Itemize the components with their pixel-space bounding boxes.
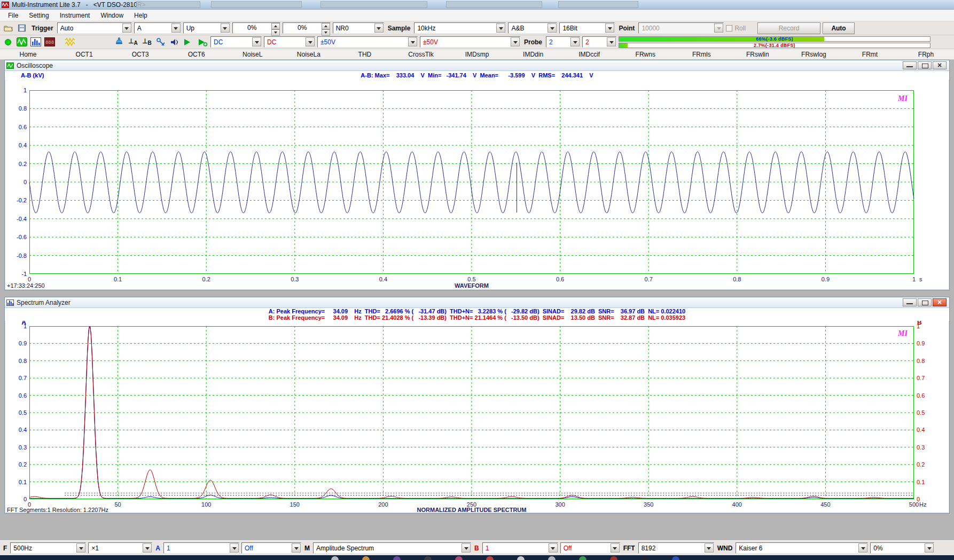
taskbar-icon[interactable] <box>393 556 401 560</box>
chevron-down-icon[interactable] <box>76 543 85 553</box>
chevron-down-icon[interactable] <box>607 37 616 46</box>
open-icon[interactable] <box>2 23 14 34</box>
taskbar-icon[interactable] <box>517 556 525 560</box>
window-function-combo[interactable]: Kaiser 6 <box>736 542 868 554</box>
menu-setting[interactable]: Setting <box>24 11 53 20</box>
resolution-combo[interactable]: 16Bit <box>559 22 615 34</box>
tab-frswlog[interactable]: FRswlog <box>786 49 842 59</box>
mode-combo[interactable]: Amplitude Spectrum <box>313 542 471 554</box>
a-option-combo[interactable]: Off <box>241 542 301 554</box>
a-value-combo[interactable]: 1 <box>163 542 239 554</box>
probe-tool-icon[interactable] <box>155 37 167 48</box>
channels-combo[interactable]: A&B <box>508 22 557 34</box>
spectrum-plot[interactable]: 050100150200250300350400450500000.10.10.… <box>5 321 949 514</box>
b-value-combo[interactable]: 1 <box>482 542 558 554</box>
save-icon[interactable] <box>16 23 28 34</box>
tab-home[interactable]: Home <box>0 49 56 59</box>
chevron-down-icon[interactable] <box>122 23 131 33</box>
chevron-down-icon[interactable] <box>374 23 384 33</box>
range-a-combo[interactable]: ±50V <box>317 36 418 48</box>
sample-rate-combo[interactable]: 10kHz <box>414 22 506 34</box>
trigger-edge-combo[interactable]: Up <box>183 22 230 34</box>
taskbar-icon[interactable] <box>331 556 339 560</box>
chevron-down-icon[interactable] <box>605 23 614 33</box>
taskbar-icon[interactable] <box>362 556 370 560</box>
oscilloscope-titlebar[interactable]: Oscilloscope <box>5 60 949 71</box>
chevron-down-icon[interactable] <box>143 543 152 553</box>
menu-instrument[interactable]: Instrument <box>55 11 95 20</box>
tab-noisela[interactable]: NoiseLa <box>280 49 337 59</box>
calibration-icon[interactable] <box>113 37 125 48</box>
trigger-source-combo[interactable]: A <box>134 22 181 34</box>
tab-imdsmp[interactable]: IMDsmp <box>449 49 505 59</box>
minimize-button[interactable] <box>903 298 917 306</box>
taskbar-icon[interactable] <box>486 556 494 560</box>
tab-frwns[interactable]: FRwns <box>617 49 674 59</box>
spin-up-icon[interactable] <box>271 23 280 29</box>
probe-b-combo[interactable]: 2 <box>582 36 616 48</box>
chevron-down-icon[interactable] <box>306 37 315 46</box>
restore-button[interactable] <box>918 61 932 69</box>
taskbar-icon[interactable] <box>610 556 617 560</box>
tab-thd[interactable]: THD <box>337 49 393 59</box>
spin-up-icon[interactable] <box>322 23 330 29</box>
chevron-down-icon[interactable] <box>462 543 471 553</box>
tab-frswlin[interactable]: FRswlin <box>730 49 786 59</box>
menu-help[interactable]: Help <box>129 11 152 20</box>
speaker-icon[interactable] <box>169 37 181 48</box>
coupling-a-combo[interactable]: DC <box>210 36 262 48</box>
trigger-mode-combo[interactable]: Auto <box>57 22 132 34</box>
chevron-down-icon[interactable] <box>252 37 261 46</box>
chevron-down-icon[interactable] <box>221 23 230 33</box>
chevron-down-icon[interactable] <box>705 543 714 553</box>
tab-imdccif[interactable]: IMDccif <box>561 49 617 59</box>
tab-frmt[interactable]: FRmt <box>842 49 898 59</box>
coupling-b-combo[interactable]: DC <box>264 36 315 48</box>
multimeter-icon[interactable]: 888 <box>44 37 56 48</box>
oscilloscope-icon[interactable] <box>16 37 28 48</box>
trigger-delay-spinner[interactable]: 0% <box>283 22 331 34</box>
tab-oct3[interactable]: OCT3 <box>112 49 168 59</box>
play-icon[interactable] <box>183 37 194 48</box>
tab-frmls[interactable]: FRmls <box>674 49 730 59</box>
tab-noisel[interactable]: NoiseL <box>224 49 280 59</box>
chevron-down-icon[interactable] <box>858 543 867 553</box>
taskbar-icon[interactable] <box>424 556 432 560</box>
chevron-down-icon[interactable] <box>496 23 505 33</box>
tab-oct6[interactable]: OCT6 <box>168 49 224 59</box>
minimize-button[interactable] <box>903 61 917 69</box>
restore-button[interactable] <box>918 298 932 306</box>
tab-imddin[interactable]: IMDdin <box>505 49 561 59</box>
chevron-down-icon[interactable] <box>408 37 417 46</box>
chevron-down-icon[interactable] <box>611 543 620 553</box>
menu-file[interactable]: File <box>3 11 23 20</box>
chevron-down-icon[interactable] <box>570 37 580 46</box>
play-loop-icon[interactable] <box>197 37 208 48</box>
tab-oct1[interactable]: OCT1 <box>56 49 112 59</box>
ground-a-icon[interactable]: ⊥A <box>127 37 139 48</box>
taskbar-icon[interactable] <box>579 556 587 560</box>
close-button[interactable] <box>933 298 947 306</box>
b-option-combo[interactable]: Off <box>560 542 620 554</box>
menu-window[interactable]: Window <box>96 11 128 20</box>
chevron-down-icon[interactable] <box>548 23 557 33</box>
noise-rejection-combo[interactable]: NR0 <box>333 22 384 34</box>
taskbar-icon[interactable] <box>672 556 679 560</box>
range-b-combo[interactable]: ±50V <box>420 36 520 48</box>
ground-b-icon[interactable]: ⊥B <box>141 37 153 48</box>
taskbar-icon[interactable] <box>455 556 463 560</box>
close-button[interactable] <box>933 61 947 69</box>
chevron-down-icon[interactable] <box>511 37 520 46</box>
spin-down-icon[interactable] <box>271 29 280 36</box>
frequency-combo[interactable]: 500Hz <box>10 542 86 554</box>
waveform-plot[interactable]: 00.10.20.30.40.50.60.70.80.91-1-0.8-0.6-… <box>5 80 949 291</box>
chevron-down-icon[interactable] <box>925 543 934 553</box>
trigger-level-spinner[interactable]: 0% <box>232 22 280 34</box>
spectrum-analyzer-icon[interactable] <box>30 37 42 48</box>
taskbar-icon[interactable] <box>548 556 556 560</box>
tab-frph[interactable]: FRph <box>898 49 954 59</box>
signal-generator-icon[interactable] <box>64 37 76 48</box>
multiplier-combo[interactable]: ×1 <box>88 542 152 554</box>
chevron-down-icon[interactable] <box>230 543 239 553</box>
run-indicator-icon[interactable] <box>2 37 14 48</box>
